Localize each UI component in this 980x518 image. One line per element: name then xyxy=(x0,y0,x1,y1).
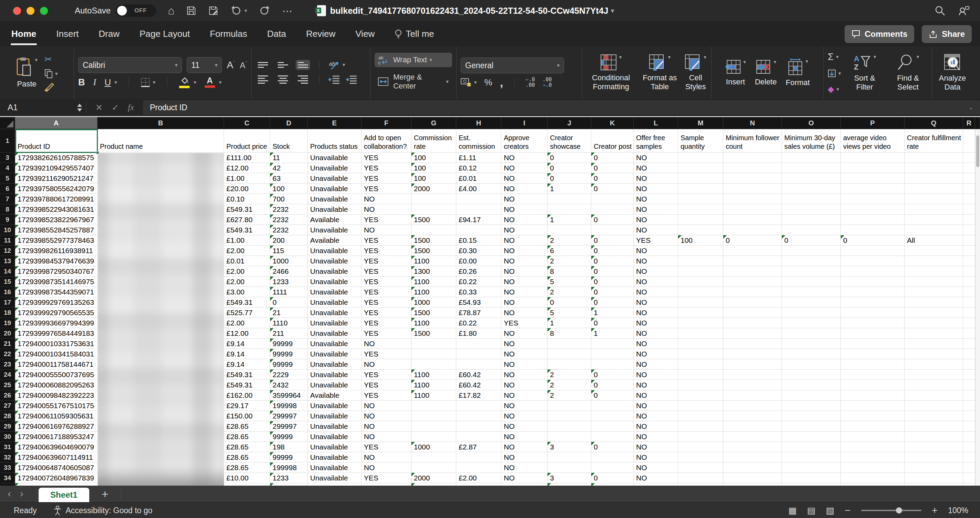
cell[interactable] xyxy=(97,297,224,308)
cell[interactable]: £28.65 xyxy=(224,452,270,462)
cell[interactable]: 1000 xyxy=(411,297,456,308)
cell[interactable]: 0 xyxy=(723,235,782,246)
cell[interactable]: NO xyxy=(634,173,678,184)
cell[interactable]: 0 xyxy=(591,163,634,173)
cell[interactable] xyxy=(678,256,723,266)
cell[interactable]: Unavailable xyxy=(308,442,361,452)
cell[interactable] xyxy=(97,452,224,462)
cell[interactable] xyxy=(97,349,224,359)
cell[interactable] xyxy=(841,473,905,483)
expand-formula-bar-icon[interactable]: ⌄ xyxy=(969,104,973,111)
cell[interactable]: 42 xyxy=(270,163,308,173)
cell[interactable] xyxy=(841,349,905,359)
cell[interactable]: Unavailable xyxy=(308,349,361,359)
cell[interactable]: 1500 xyxy=(411,328,456,338)
cell[interactable]: 1729392116290521247 xyxy=(15,173,97,184)
add-sheet-button[interactable]: + xyxy=(102,487,108,501)
cell[interactable] xyxy=(547,400,591,411)
cell[interactable]: 1729382626105788575 xyxy=(15,153,97,163)
conditional-formatting-button[interactable]: ▾ Conditional Formatting xyxy=(587,50,635,95)
cell[interactable]: £54.93 xyxy=(456,297,501,308)
cell[interactable]: 2232 xyxy=(270,204,308,215)
row-header-18[interactable]: 18 xyxy=(0,308,15,318)
cell[interactable] xyxy=(963,380,975,390)
cell[interactable]: 100 xyxy=(411,153,456,163)
cell[interactable]: YES xyxy=(634,235,678,246)
cell[interactable]: 1100 xyxy=(411,380,456,390)
cell[interactable]: £60.42 xyxy=(456,370,501,380)
cell[interactable]: 0 xyxy=(591,370,634,380)
cell[interactable] xyxy=(678,163,723,173)
cell[interactable]: £2.00 xyxy=(224,266,270,276)
cell[interactable]: Unavailable xyxy=(308,462,361,473)
cell[interactable]: £12.00 xyxy=(224,163,270,173)
cell[interactable] xyxy=(411,483,456,486)
column-header-J[interactable]: J xyxy=(547,117,591,129)
cell[interactable] xyxy=(905,308,963,318)
cell[interactable] xyxy=(841,318,905,328)
cell[interactable]: Unavailable xyxy=(308,308,361,318)
cell[interactable]: Available xyxy=(308,235,361,246)
cell[interactable] xyxy=(963,338,975,349)
cell[interactable]: 0 xyxy=(591,246,634,256)
row-header-25[interactable]: 25 xyxy=(0,380,15,390)
cell[interactable]: 1 xyxy=(591,308,634,318)
cell[interactable]: 299997 xyxy=(270,421,308,432)
cell[interactable]: 1729400055500737695 xyxy=(15,370,97,380)
cell[interactable]: 1729400060882095263 xyxy=(15,380,97,390)
cell[interactable] xyxy=(678,338,723,349)
name-box-steppers[interactable] xyxy=(77,104,82,111)
cell[interactable] xyxy=(456,411,501,421)
cell[interactable] xyxy=(97,215,224,225)
cell[interactable] xyxy=(782,338,841,349)
align-right-button[interactable] xyxy=(296,73,310,86)
cell[interactable]: £111.00 xyxy=(224,153,270,163)
cell[interactable]: 1729399845379476639 xyxy=(15,256,97,266)
cell[interactable]: 6 xyxy=(547,246,591,256)
cell[interactable] xyxy=(841,411,905,421)
cell[interactable]: 0 xyxy=(591,276,634,287)
cell[interactable] xyxy=(782,225,841,235)
cell[interactable]: All xyxy=(905,235,963,246)
cell[interactable]: Unavailable xyxy=(308,370,361,380)
row-header-1[interactable]: 1 xyxy=(0,129,15,153)
cell[interactable]: NO xyxy=(501,173,547,184)
cell[interactable] xyxy=(723,432,782,442)
column-header-H[interactable]: H xyxy=(456,117,501,129)
cell[interactable]: Unavailable xyxy=(308,225,361,235)
column-header-Q[interactable]: Q xyxy=(905,117,963,129)
cell[interactable] xyxy=(841,287,905,297)
cell[interactable]: Unavailable xyxy=(308,318,361,328)
cell[interactable]: NO xyxy=(634,153,678,163)
cell[interactable] xyxy=(841,328,905,338)
column-header-F[interactable]: F xyxy=(361,117,411,129)
cell[interactable] xyxy=(723,473,782,483)
accounting-format-button[interactable]: ▾ xyxy=(461,78,477,87)
zoom-slider[interactable] xyxy=(861,510,921,511)
cell[interactable] xyxy=(411,452,456,462)
decrease-decimal-button[interactable]: .00→.0 xyxy=(542,77,552,88)
row-header-10[interactable]: 10 xyxy=(0,225,15,235)
cell[interactable] xyxy=(963,194,975,204)
cell[interactable] xyxy=(905,276,963,287)
cell[interactable]: NO xyxy=(634,390,678,400)
cell[interactable]: £29.17 xyxy=(224,400,270,411)
cell[interactable]: 2229 xyxy=(270,370,308,380)
cell[interactable] xyxy=(678,370,723,380)
cell[interactable] xyxy=(411,421,456,432)
cell[interactable]: 198 xyxy=(270,442,308,452)
formula-input[interactable]: Product ID ⌄ xyxy=(143,100,980,115)
decrease-font-size-button[interactable]: Aˇ xyxy=(240,60,247,70)
cell[interactable]: Unavailable xyxy=(308,380,361,390)
cell[interactable]: NO xyxy=(501,246,547,256)
cell[interactable]: Available xyxy=(308,390,361,400)
row-header-16[interactable]: 16 xyxy=(0,287,15,297)
cell[interactable]: Available xyxy=(308,215,361,225)
cell[interactable]: 3 xyxy=(547,442,591,452)
row-header-32[interactable]: 32 xyxy=(0,452,15,462)
cell[interactable]: 211 xyxy=(270,328,308,338)
cell[interactable] xyxy=(723,483,782,486)
cell[interactable] xyxy=(963,328,975,338)
cell[interactable]: NO xyxy=(501,349,547,359)
cell[interactable] xyxy=(547,483,591,486)
